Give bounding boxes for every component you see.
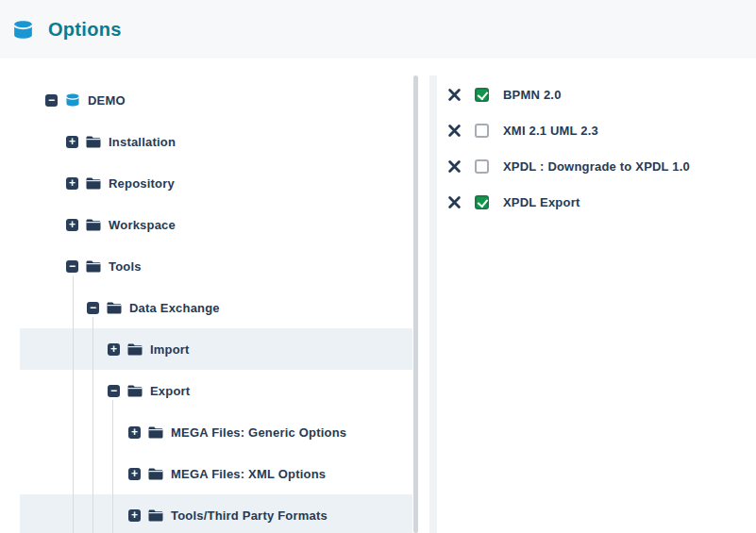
option-label: XPDL : Downgrade to XPDL 1.0 [503,159,690,174]
expand-toggle-icon[interactable]: + [108,343,120,356]
tree-item-tools-third-party-formats[interactable]: + Tools/Third Party Formats [20,494,412,533]
tree-connector-line [92,317,93,533]
option-row-xpdl-downgrade: XPDL : Downgrade to XPDL 1.0 [447,148,690,184]
tree-item-demo[interactable]: − DEMO [20,79,412,121]
tree-connector-line [112,400,113,533]
folder-icon [127,342,143,356]
tree-item-label: Tools/Third Party Formats [171,508,328,523]
option-row-xmi: XMI 2.1 UML 2.3 [447,112,690,148]
options-tree: − DEMO + Installation + [0,79,412,533]
remove-icon[interactable] [447,159,462,174]
tree-item-label: Tools [109,259,142,274]
checkbox[interactable] [475,159,489,174]
tree-item-mega-files-generic-options[interactable]: + MEGA Files: Generic Options [20,411,412,453]
folder-icon [148,508,163,522]
folder-icon [86,218,101,231]
tree-item-label: Data Exchange [129,301,220,315]
tree-item-label: DEMO [88,93,126,108]
folder-icon [148,467,163,480]
expand-toggle-icon[interactable]: + [128,509,141,522]
tree-item-tools[interactable]: − Tools [20,245,412,287]
tree-item-data-exchange[interactable]: − Data Exchange [20,287,412,328]
page-header: Options [0,0,756,58]
remove-icon[interactable] [447,195,462,209]
collapse-toggle-icon[interactable]: − [108,385,120,397]
tree-scrollbar[interactable] [413,75,418,533]
collapse-toggle-icon[interactable]: − [45,94,58,107]
expand-toggle-icon[interactable]: + [66,219,78,231]
folder-icon [127,384,143,397]
page-title: Options [48,19,122,41]
checkbox[interactable] [475,124,489,138]
folder-icon [86,259,101,273]
database-icon [65,92,80,108]
tree-connector-line [73,275,74,533]
tree-item-label: Export [150,384,190,398]
collapse-toggle-icon[interactable]: − [87,302,99,314]
checkbox[interactable] [475,88,489,102]
expand-toggle-icon[interactable]: + [128,426,141,439]
panel-splitter[interactable] [429,75,437,533]
tree-item-label: Repository [109,176,175,191]
tree-item-workspace[interactable]: + Workspace [20,204,412,245]
tree-item-installation[interactable]: + Installation [20,121,412,162]
folder-icon [86,176,101,190]
folder-icon [107,301,122,314]
tree-item-mega-files-xml-options[interactable]: + MEGA Files: XML Options [20,453,412,494]
folder-icon [86,135,101,148]
option-label: BPMN 2.0 [503,88,562,102]
database-icon [12,19,34,41]
tree-item-label: MEGA Files: Generic Options [171,425,346,440]
option-row-bpmn: BPMN 2.0 [447,76,690,112]
remove-icon[interactable] [447,88,462,102]
option-row-xpdl-export: XPDL Export [447,184,690,220]
option-label: XMI 2.1 UML 2.3 [503,124,598,138]
tree-item-label: Import [150,342,190,357]
tree-item-repository[interactable]: + Repository [20,162,412,204]
collapse-toggle-icon[interactable]: − [66,260,78,273]
expand-toggle-icon[interactable]: + [66,177,78,190]
tree-item-import[interactable]: + Import [20,328,412,370]
options-window: Options − DEMO + Installation [0,0,756,533]
tree-item-label: Workspace [109,218,176,232]
tree-item-label: MEGA Files: XML Options [171,467,326,481]
checkbox[interactable] [475,195,489,209]
tree-item-label: Installation [109,135,176,149]
expand-toggle-icon[interactable]: + [128,468,141,480]
remove-icon[interactable] [447,124,462,138]
folder-icon [148,425,163,439]
option-label: XPDL Export [503,195,580,209]
tree-item-export[interactable]: − Export [20,370,412,411]
expand-toggle-icon[interactable]: + [66,136,78,148]
export-options-list: BPMN 2.0 XMI 2.1 UML 2.3 XPDL : Downgrad… [447,76,690,220]
